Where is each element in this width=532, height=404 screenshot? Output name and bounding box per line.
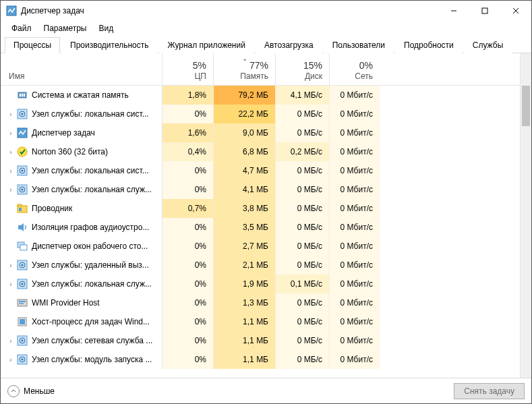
cell-disk: 0 МБ/с bbox=[276, 237, 330, 256]
svg-point-13 bbox=[18, 147, 27, 156]
table-row[interactable]: ›Узел службы: локальная сист...0%4,7 МБ0… bbox=[1, 161, 520, 180]
process-icon bbox=[17, 146, 28, 157]
table-body: Система и сжатая память1,8%79,2 МБ4,1 МБ… bbox=[1, 86, 520, 369]
expand-icon[interactable]: › bbox=[6, 337, 16, 345]
process-name: Узел службы: локальная сист... bbox=[32, 166, 149, 175]
maximize-button[interactable] bbox=[469, 1, 500, 21]
process-name: WMI Provider Host bbox=[32, 298, 100, 308]
cell-name: ›Узел службы: модуль запуска ... bbox=[1, 350, 162, 369]
cell-memory: 1,9 МБ bbox=[214, 275, 276, 293]
svg-rect-2 bbox=[482, 8, 487, 13]
table-row[interactable]: ›Norton 360 (32 бита)0,4%6,8 МБ0,2 МБ/с0… bbox=[1, 142, 520, 161]
cell-memory: 22,2 МБ bbox=[214, 105, 276, 123]
tabbar: Процессы Производительность Журнал прило… bbox=[1, 36, 531, 53]
table-row[interactable]: Система и сжатая память1,8%79,2 МБ4,1 МБ… bbox=[1, 86, 520, 105]
close-button[interactable] bbox=[500, 1, 531, 21]
tab-startup[interactable]: Автозагрузка bbox=[256, 37, 322, 53]
process-icon bbox=[17, 260, 28, 270]
scroll-thumb[interactable] bbox=[522, 86, 530, 126]
process-name: Система и сжатая память bbox=[32, 90, 129, 100]
cell-network: 0 Мбит/с bbox=[330, 105, 380, 123]
cell-memory: 2,7 МБ bbox=[214, 237, 276, 256]
table-row[interactable]: ›Узел службы: удаленный выз...0%2,1 МБ0 … bbox=[1, 256, 520, 275]
svg-rect-23 bbox=[18, 225, 21, 229]
taskmgr-app-icon bbox=[6, 5, 17, 16]
cell-network: 0 Мбит/с bbox=[330, 142, 380, 161]
minimize-button[interactable] bbox=[438, 1, 469, 21]
col-memory[interactable]: ⌄ 77% Память bbox=[214, 53, 276, 85]
cell-cpu: 0% bbox=[162, 180, 214, 199]
sort-desc-icon: ⌄ bbox=[242, 55, 247, 62]
end-task-button[interactable]: Снять задачу bbox=[454, 383, 525, 399]
table-header: Имя 5% ЦП ⌄ 77% Память 15% Диск bbox=[1, 53, 520, 86]
tab-processes[interactable]: Процессы bbox=[5, 37, 60, 53]
process-name: Узел службы: локальная служ... bbox=[32, 279, 152, 289]
cell-disk: 0 МБ/с bbox=[276, 331, 330, 350]
menu-file[interactable]: Файл bbox=[7, 22, 36, 34]
cell-disk: 0 МБ/с bbox=[276, 161, 330, 180]
table-row[interactable]: ›Узел службы: локальная служ...0%1,9 МБ0… bbox=[1, 275, 520, 293]
expand-icon[interactable]: › bbox=[6, 356, 16, 364]
table-row[interactable]: WMI Provider Host0%1,3 МБ0 МБ/с0 Мбит/с bbox=[1, 293, 520, 312]
svg-rect-34 bbox=[19, 303, 24, 304]
expand-icon[interactable]: › bbox=[6, 281, 16, 288]
cell-network: 0 Мбит/с bbox=[330, 331, 380, 350]
table-row[interactable]: Хост-процесс для задач Wind...0%1,1 МБ0 … bbox=[1, 312, 520, 331]
cell-name: Хост-процесс для задач Wind... bbox=[1, 312, 162, 331]
process-table: Имя 5% ЦП ⌄ 77% Память 15% Диск bbox=[1, 53, 520, 378]
tab-users[interactable]: Пользователи bbox=[324, 37, 394, 53]
expand-icon[interactable]: › bbox=[6, 186, 16, 194]
tab-performance[interactable]: Производительность bbox=[61, 37, 157, 53]
cell-name: Система и сжатая память bbox=[1, 86, 162, 105]
svg-rect-36 bbox=[20, 319, 25, 324]
col-name[interactable]: Имя bbox=[1, 53, 162, 85]
tab-app-history[interactable]: Журнал приложений bbox=[159, 37, 254, 53]
cell-disk: 0 МБ/с bbox=[276, 218, 330, 237]
vertical-scrollbar[interactable] bbox=[520, 53, 531, 378]
table-row[interactable]: ›Узел службы: модуль запуска ...0%1,1 МБ… bbox=[1, 350, 520, 369]
col-cpu[interactable]: 5% ЦП bbox=[162, 53, 214, 85]
process-icon bbox=[17, 335, 28, 346]
cell-name: ›Узел службы: локальная служ... bbox=[1, 275, 162, 293]
table-row[interactable]: ›Диспетчер задач1,6%9,0 МБ0 МБ/с0 Мбит/с bbox=[1, 123, 520, 142]
titlebar[interactable]: Диспетчер задач bbox=[1, 1, 531, 21]
process-icon bbox=[17, 127, 28, 138]
table-row[interactable]: Диспетчер окон рабочего сто...0%2,7 МБ0 … bbox=[1, 237, 520, 256]
table-row[interactable]: ›Узел службы: локальная служ...0%4,1 МБ0… bbox=[1, 180, 520, 199]
table-row[interactable]: ›Узел службы: сетевая служба ...0%1,1 МБ… bbox=[1, 331, 520, 350]
svg-rect-7 bbox=[22, 94, 23, 96]
cell-name: Изоляция графов аудиоустро... bbox=[1, 218, 162, 237]
svg-point-39 bbox=[22, 340, 24, 342]
table-row[interactable]: Проводник0,7%3,8 МБ0 МБ/с0 Мбит/с bbox=[1, 199, 520, 218]
expand-icon[interactable]: › bbox=[6, 262, 16, 269]
cell-disk: 0 МБ/с bbox=[276, 350, 330, 369]
process-icon bbox=[17, 90, 28, 100]
expand-icon[interactable]: › bbox=[6, 129, 16, 137]
svg-point-16 bbox=[22, 170, 24, 172]
tab-details[interactable]: Подробности bbox=[395, 37, 463, 53]
process-icon bbox=[17, 184, 28, 195]
process-icon bbox=[17, 279, 28, 289]
expand-icon[interactable]: › bbox=[6, 111, 16, 118]
cell-cpu: 0% bbox=[162, 331, 214, 350]
menu-options[interactable]: Параметры bbox=[40, 22, 91, 34]
cell-name: WMI Provider Host bbox=[1, 293, 162, 312]
process-name: Узел службы: сетевая служба ... bbox=[32, 336, 152, 345]
window-controls bbox=[438, 1, 531, 21]
table-row[interactable]: Изоляция графов аудиоустро...0%3,5 МБ0 М… bbox=[1, 218, 520, 237]
expand-icon[interactable]: › bbox=[6, 148, 16, 156]
cell-network: 0 Мбит/с bbox=[330, 256, 380, 275]
expand-icon[interactable]: › bbox=[6, 167, 16, 175]
tab-services[interactable]: Службы bbox=[464, 37, 512, 53]
col-disk[interactable]: 15% Диск bbox=[276, 53, 330, 85]
col-network[interactable]: 0% Сеть bbox=[330, 53, 380, 85]
process-name: Узел службы: локальная сист... bbox=[32, 109, 149, 119]
content-area: Имя 5% ЦП ⌄ 77% Память 15% Диск bbox=[1, 53, 531, 378]
cell-memory: 1,1 МБ bbox=[214, 312, 276, 331]
fewer-details-button[interactable]: Меньше bbox=[7, 385, 55, 397]
svg-point-42 bbox=[22, 359, 24, 361]
svg-point-19 bbox=[22, 189, 24, 191]
menu-view[interactable]: Вид bbox=[94, 22, 117, 34]
table-row[interactable]: ›Узел службы: локальная сист...0%22,2 МБ… bbox=[1, 105, 520, 123]
chevron-up-icon bbox=[7, 385, 20, 397]
